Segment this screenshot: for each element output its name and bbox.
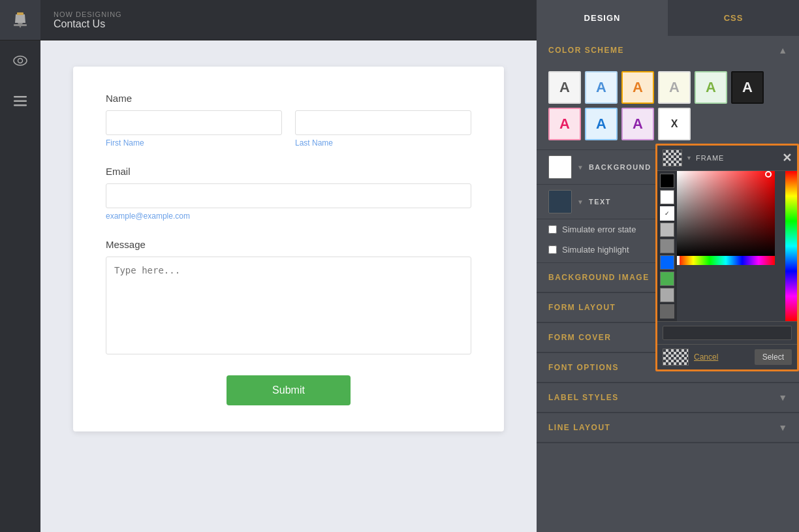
page-title: Contact Us [54,18,122,30]
line-layout-section: LINE LAYOUT ▼ [537,413,799,443]
message-input[interactable] [106,257,471,354]
svg-marker-1 [15,14,25,23]
swatch-1[interactable]: A [548,71,581,104]
main-content: Name First Name Last Name Email example@… [40,40,537,532]
simulate-highlight-label[interactable]: Simulate highlight [562,245,629,255]
swatch-8[interactable]: A [585,108,618,140]
top-bar-text: NOW DESIGNING Contact Us [54,10,122,30]
cp-swatch-gray4[interactable] [660,304,674,319]
swatch-9[interactable]: A [621,108,654,140]
message-section: Message [106,239,471,357]
simulate-error-label[interactable]: Simulate error state [562,225,636,234]
last-name-sub-label: Last Name [295,138,471,148]
text-dropdown-arrow-icon[interactable]: ▼ [577,198,584,206]
label-styles-section: LABEL STYLES ▼ [537,383,799,413]
color-scheme-label: COLOR SCHEME [548,46,624,55]
email-label: Email [106,166,471,177]
text-color-swatch[interactable] [548,190,572,213]
eye-sidebar-icon[interactable] [0,40,40,81]
cp-swatch-gray3[interactable] [660,288,674,302]
simulate-highlight-checkbox[interactable] [548,245,557,254]
cp-footer: Cancel Select [657,344,797,369]
font-options-label: FONT OPTIONS [548,363,619,372]
color-scheme-section: COLOR SCHEME ▲ A A A A A A A A A X [537,36,799,150]
color-scheme-header[interactable]: COLOR SCHEME ▲ [537,36,799,65]
cp-hue-indicator [677,256,680,265]
sidebar-logo [0,0,40,40]
cp-swatch-white[interactable] [660,190,674,204]
name-label: Name [106,93,471,104]
svg-rect-3 [17,12,24,15]
cp-cancel-button[interactable]: Cancel [694,352,718,362]
simulate-error-checkbox[interactable] [548,225,557,234]
cp-rgba-input[interactable]: rgba(255, 255, [663,326,792,340]
cp-cursor [765,171,772,178]
svg-rect-7 [14,101,27,102]
cp-hue-bar[interactable] [677,256,775,265]
now-designing-label: NOW DESIGNING [54,10,122,18]
right-panel: DESIGN CSS COLOR SCHEME ▲ A A A A A A A … [537,0,799,532]
cp-select-button[interactable]: Select [755,349,792,365]
swatch-3[interactable]: A [621,71,654,104]
swatch-x[interactable]: X [658,108,691,140]
last-name-input[interactable] [295,110,471,135]
swatch-4[interactable]: A [658,71,691,104]
background-image-label: BACKGROUND IMAGE [548,273,650,282]
color-scheme-swatches: A A A A A A A A A X [537,65,799,149]
line-layout-label: LINE LAYOUT [548,423,610,432]
form-cover-label: FORM COVER [548,333,611,342]
label-styles-header[interactable]: LABEL STYLES ▼ [537,383,799,413]
svg-point-5 [18,59,23,63]
cp-checker-swatch[interactable] [663,149,682,166]
color-picker-popup: ▼ FRAME ✕ ✓ [655,144,799,371]
tab-css[interactable]: CSS [668,0,799,36]
cp-swatch-gray2[interactable] [660,239,674,253]
menu-sidebar-icon[interactable] [0,81,40,121]
panel-tabs: DESIGN CSS [537,0,799,36]
first-name-input[interactable] [106,110,282,135]
cp-close-icon[interactable]: ✕ [782,151,792,165]
line-layout-chevron-icon: ▼ [778,422,787,433]
color-scheme-chevron-icon: ▲ [778,45,787,55]
first-name-sub-label: First Name [106,138,282,148]
form-layout-label: FORM LAYOUT [548,303,616,312]
message-label: Message [106,239,471,250]
label-styles-label: LABEL STYLES [548,393,619,402]
submit-button[interactable]: Submit [227,375,351,405]
cp-hue-strip[interactable] [785,171,797,321]
cp-frame-label: FRAME [696,154,778,162]
email-section: Email example@example.com [106,166,471,221]
swatch-7[interactable]: A [548,108,581,140]
cp-swatch-blue[interactable] [660,255,674,270]
form-container: Name First Name Last Name Email example@… [73,67,504,431]
email-input[interactable] [106,183,471,208]
background-color-swatch[interactable] [548,155,572,179]
top-bar: NOW DESIGNING Contact Us [40,0,537,40]
label-styles-chevron-icon: ▼ [778,392,787,403]
sidebar [0,0,40,532]
svg-rect-6 [14,96,27,98]
svg-point-4 [14,56,27,65]
cp-gradient-canvas[interactable] [677,171,775,256]
background-dropdown-arrow-icon[interactable]: ▼ [577,164,584,171]
cp-header: ▼ FRAME ✕ [657,146,797,171]
cp-dropdown-arrow-icon[interactable]: ▼ [686,155,692,161]
swatch-2[interactable]: A [585,71,618,104]
cp-swatch-white2[interactable]: ✓ [660,206,674,221]
cp-swatch-black[interactable] [660,174,674,188]
swatch-5[interactable]: A [695,71,727,104]
cp-gradient-bg[interactable] [677,171,775,256]
swatch-6[interactable]: A [731,71,764,104]
cp-gradient[interactable] [677,171,785,321]
name-section: Name First Name Last Name [106,93,471,148]
cp-swatch-green[interactable] [660,272,674,286]
tab-design[interactable]: DESIGN [537,0,668,36]
pencil-icon [11,11,29,29]
cp-swatch-gray1[interactable] [660,223,674,237]
cp-left-swatches: ✓ [657,171,677,321]
cp-value-row: rgba(255, 255, [657,321,797,344]
name-row: First Name Last Name [106,110,471,148]
cp-footer-checker [663,349,689,366]
email-placeholder-label: example@example.com [106,211,471,221]
line-layout-header[interactable]: LINE LAYOUT ▼ [537,413,799,443]
